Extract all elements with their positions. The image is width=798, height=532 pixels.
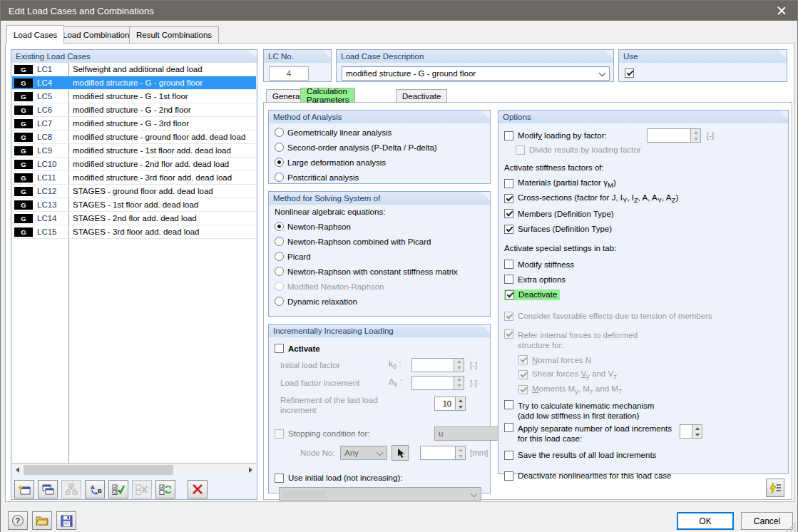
load-case-row[interactable]: GLC1Selfweight and additional dead load bbox=[12, 63, 256, 76]
use-initial-load-row[interactable]: Use initial load (not increasing): bbox=[269, 470, 490, 486]
initial-load-combo[interactable] bbox=[279, 487, 481, 501]
resize-grip[interactable] bbox=[787, 522, 796, 531]
load-case-row[interactable]: GLC9modified structure - 1st floor add. … bbox=[12, 144, 256, 158]
load-case-row[interactable]: GLC10modified structure - 2nd flor add. … bbox=[12, 158, 256, 171]
titlebar[interactable]: Edit Load Cases and Combinations bbox=[1, 1, 797, 21]
stopping-condition-checkbox[interactable] bbox=[275, 429, 284, 439]
horizontal-scrollbar[interactable] bbox=[12, 464, 256, 475]
moments-row[interactable]: Moments My, Mz and MT bbox=[498, 382, 788, 397]
save-results-row[interactable]: Save the results of all load increments bbox=[498, 447, 788, 463]
normal-forces-row[interactable]: Normal forces N bbox=[498, 352, 788, 367]
radio-option-row[interactable]: Newton-Raphson bbox=[269, 219, 490, 234]
radio-option-row[interactable]: Large deformation analysis bbox=[269, 155, 490, 170]
calculation-params-button[interactable] bbox=[766, 479, 784, 497]
open-button[interactable] bbox=[32, 511, 52, 530]
consider-favorable-checkbox[interactable] bbox=[504, 312, 513, 321]
lc-no-input[interactable]: 4 bbox=[269, 66, 309, 81]
delete-load-case-button[interactable] bbox=[188, 480, 208, 498]
radio-option-row[interactable]: Postcritical analysis bbox=[269, 170, 490, 185]
extra-options-checkbox[interactable] bbox=[504, 275, 513, 284]
scroll-left-arrow-icon[interactable] bbox=[12, 464, 23, 476]
divide-results-checkbox[interactable] bbox=[516, 145, 525, 155]
spin-up-icon[interactable] bbox=[691, 129, 700, 135]
radio-button-icon[interactable] bbox=[275, 267, 284, 276]
load-case-row[interactable]: GLC7modified structure - G - 3rd floor bbox=[12, 117, 256, 131]
load-case-row[interactable]: GLC5modified structure - G - 1st floor bbox=[12, 90, 256, 103]
ok-button[interactable]: OK bbox=[677, 512, 734, 530]
modify-stiffness-row[interactable]: Modify stiffness bbox=[498, 257, 788, 272]
description-combo[interactable]: modified structure - G - ground floor bbox=[342, 66, 610, 81]
spin-up-icon[interactable] bbox=[456, 397, 465, 404]
radio-button-icon[interactable] bbox=[275, 237, 284, 246]
invert-selection-button[interactable] bbox=[155, 480, 175, 498]
spin-down-icon[interactable] bbox=[454, 365, 464, 372]
tab-load-combinations[interactable]: Load Combinations bbox=[56, 26, 140, 43]
spin-up-icon[interactable] bbox=[692, 425, 702, 431]
pick-node-button[interactable] bbox=[392, 445, 409, 461]
radio-option-row[interactable]: Dynamic relaxation bbox=[269, 294, 490, 309]
initial-load-factor-spinner[interactable] bbox=[411, 358, 464, 372]
modify-stiffness-checkbox[interactable] bbox=[504, 260, 513, 269]
radio-button-icon[interactable] bbox=[275, 173, 284, 182]
radio-button-icon[interactable] bbox=[275, 297, 284, 306]
cross-sections-checkbox[interactable] bbox=[504, 194, 513, 203]
surfaces-row[interactable]: Surfaces (Definition Type) bbox=[498, 221, 788, 237]
activate-checkbox[interactable] bbox=[275, 344, 284, 353]
consider-favorable-row[interactable]: Consider favorable effects due to tensio… bbox=[498, 308, 788, 324]
radio-option-row[interactable]: Second-order analysis (P-Delta / P-delta… bbox=[269, 140, 490, 155]
save-results-checkbox[interactable] bbox=[504, 451, 513, 460]
spin-down-icon[interactable] bbox=[454, 383, 464, 389]
load-case-row[interactable]: GLC4modified structure - G - ground floo… bbox=[12, 76, 256, 90]
close-button[interactable] bbox=[765, 1, 797, 21]
deactivate-nonlinearities-row[interactable]: Deactivate nonlinearities for this load … bbox=[498, 469, 788, 483]
radio-option-row[interactable]: Modified Newton-Raphson bbox=[269, 279, 490, 294]
node-displacement-spinner[interactable] bbox=[420, 446, 466, 460]
radio-button-icon[interactable] bbox=[275, 252, 284, 261]
apply-increments-row[interactable]: Apply separate number of load increments… bbox=[498, 423, 788, 447]
surfaces-checkbox[interactable] bbox=[504, 225, 513, 234]
save-button[interactable] bbox=[56, 511, 76, 530]
tab-load-cases[interactable]: Load Cases bbox=[6, 25, 64, 44]
copy-load-case-button[interactable] bbox=[38, 480, 58, 498]
load-case-row[interactable]: GLC12STAGES - ground floor add. dead loa… bbox=[12, 185, 256, 198]
load-case-row[interactable]: GLC13STAGES - 1st floor add. dead load bbox=[12, 198, 256, 212]
spin-up-icon[interactable] bbox=[454, 359, 464, 365]
node-no-combo[interactable]: Any bbox=[340, 446, 387, 460]
renumber-button[interactable]: A B bbox=[85, 480, 105, 498]
radio-option-row[interactable]: Picard bbox=[269, 249, 490, 264]
extra-options-row[interactable]: Extra options bbox=[498, 272, 788, 287]
spin-down-icon[interactable] bbox=[456, 453, 465, 459]
refinement-spinner[interactable]: 10 bbox=[434, 397, 466, 411]
scroll-right-arrow-icon[interactable] bbox=[245, 464, 256, 476]
radio-option-row[interactable]: Newton-Raphson with constant stiffness m… bbox=[269, 264, 490, 279]
load-case-row[interactable]: GLC11modified structure - 3rd floor add.… bbox=[12, 171, 256, 185]
radio-button-icon[interactable] bbox=[275, 222, 284, 231]
deselect-all-button[interactable] bbox=[132, 480, 152, 498]
use-checkbox[interactable] bbox=[625, 68, 634, 78]
shear-forces-row[interactable]: Shear forces Vy and Vz bbox=[498, 367, 788, 382]
materials-checkbox[interactable] bbox=[504, 179, 513, 188]
radio-option-row[interactable]: Newton-Raphson combined with Picard bbox=[269, 234, 490, 249]
deactivate-row[interactable]: Deactivate bbox=[498, 287, 788, 302]
cross-sections-row[interactable]: Cross-sections (factor for J, IY, IZ, A,… bbox=[498, 191, 788, 206]
materials-row[interactable]: Materials (partial factor γM) bbox=[498, 176, 788, 191]
load-case-row[interactable]: GLC8modified structure - ground floor ad… bbox=[12, 131, 256, 144]
spin-down-icon[interactable] bbox=[692, 431, 702, 438]
activate-row[interactable]: Activate bbox=[269, 341, 490, 356]
load-case-row[interactable]: GLC15STAGES - 3rd floor add. dead load bbox=[12, 225, 256, 239]
cancel-button[interactable]: Cancel bbox=[741, 512, 793, 530]
tab-result-combinations[interactable]: Result Combinations bbox=[129, 26, 219, 43]
modify-loading-checkbox[interactable] bbox=[504, 131, 513, 140]
radio-button-icon[interactable] bbox=[275, 143, 284, 152]
use-initial-load-checkbox[interactable] bbox=[275, 474, 284, 483]
increments-count-spinner[interactable] bbox=[680, 424, 702, 439]
scrollbar-thumb[interactable] bbox=[24, 465, 173, 475]
structure-diagram-button[interactable] bbox=[61, 480, 81, 498]
members-checkbox[interactable] bbox=[504, 209, 513, 218]
kinematic-row[interactable]: Try to calculate kinematic mechanism(add… bbox=[498, 400, 788, 423]
load-case-row[interactable]: GLC6modified structure - G - 2nd floor bbox=[12, 103, 256, 117]
radio-button-icon[interactable] bbox=[275, 128, 284, 137]
spin-up-icon[interactable] bbox=[454, 377, 464, 383]
spin-down-icon[interactable] bbox=[456, 404, 465, 410]
kinematic-checkbox[interactable] bbox=[504, 400, 513, 409]
